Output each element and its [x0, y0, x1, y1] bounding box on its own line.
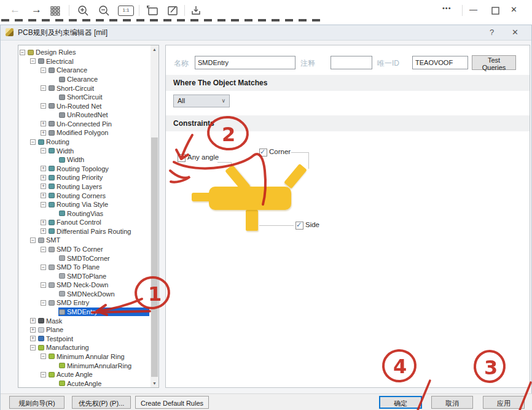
tree-item[interactable]: Clearance	[18, 75, 149, 84]
download-icon[interactable]	[190, 5, 203, 17]
manufacturing-icon	[49, 354, 55, 359]
name-input[interactable]	[195, 56, 295, 69]
tree-item[interactable]: SMDToCorner	[18, 253, 149, 263]
tree-item[interactable]: −SMD Neck-Down	[18, 280, 149, 290]
tree-item[interactable]: −Width	[18, 146, 149, 155]
expand-plus-icon[interactable]: +	[30, 318, 36, 323]
tree-item[interactable]: +Routing Topology	[18, 164, 149, 174]
tree-item-label: MinimumAnnularRing	[67, 362, 131, 369]
tree-item[interactable]: −Acute Angle	[18, 370, 149, 379]
zoom-out-icon[interactable]	[98, 5, 111, 17]
expand-minus-icon[interactable]: −	[41, 85, 46, 91]
expand-plus-icon[interactable]: +	[41, 121, 46, 126]
unique-id-input[interactable]	[412, 56, 468, 69]
rotate-icon[interactable]	[146, 5, 160, 17]
scroll-up-icon[interactable]: ▲	[151, 45, 158, 53]
tree-item[interactable]: +Routing Priority	[18, 173, 149, 182]
expand-minus-icon[interactable]: −	[41, 265, 46, 270]
forward-icon[interactable]: →	[31, 4, 42, 16]
more-menu-icon[interactable]: •••	[442, 2, 452, 14]
expand-plus-icon[interactable]: +	[41, 130, 46, 136]
expand-minus-icon[interactable]: −	[30, 238, 36, 243]
zoom-ratio-icon[interactable]: 1:1	[118, 6, 134, 16]
tree-item[interactable]: +Testpoint	[18, 335, 149, 344]
minimize-icon[interactable]: —	[469, 4, 477, 15]
expand-minus-icon[interactable]: −	[41, 247, 46, 252]
tree-item[interactable]: −SMD Entry	[18, 298, 149, 308]
zoom-in-icon[interactable]	[77, 5, 90, 17]
expand-minus-icon[interactable]: −	[41, 372, 46, 377]
tree-item[interactable]: −Electrical	[18, 57, 149, 66]
tree-item[interactable]: −Design Rules	[18, 48, 149, 57]
expand-minus-icon[interactable]: −	[41, 68, 46, 73]
tree-item[interactable]: −Minimum Annular Ring	[18, 352, 149, 362]
tree-item[interactable]: −Routing Via Style	[18, 200, 149, 209]
dialog-close-icon[interactable]: ✕	[512, 28, 518, 37]
tree-item[interactable]: RoutingVias	[18, 209, 149, 218]
expand-minus-icon[interactable]: −	[30, 345, 36, 350]
close-window-icon[interactable]: ✕	[510, 4, 517, 15]
maximize-icon[interactable]	[491, 7, 499, 15]
expand-plus-icon[interactable]: +	[41, 193, 46, 198]
expand-minus-icon[interactable]: −	[41, 282, 46, 288]
tree-item[interactable]: +Routing Layers	[18, 182, 149, 191]
cancel-button[interactable]: 取消	[431, 396, 473, 409]
scope-dropdown[interactable]: All ∨	[173, 95, 230, 107]
tree-item[interactable]: SMDToPlane	[18, 271, 149, 280]
tree-item[interactable]: −Clearance	[18, 66, 149, 75]
tree-item[interactable]: AcuteAngle	[18, 379, 149, 388]
side-checkbox[interactable]	[295, 222, 303, 230]
expand-minus-icon[interactable]: −	[30, 139, 36, 145]
corner-checkbox[interactable]	[259, 149, 267, 157]
grid-view-icon[interactable]	[50, 6, 60, 16]
tree-item[interactable]: +Routing Corners	[18, 191, 149, 200]
tree-scrollbar[interactable]: ▲ ▼	[151, 45, 158, 387]
expand-plus-icon[interactable]: +	[41, 184, 46, 189]
tree-item[interactable]: SMDEntry	[18, 308, 149, 317]
expand-plus-icon[interactable]: +	[30, 327, 36, 333]
priorities-button[interactable]: 优先权(P) (P)...	[72, 396, 131, 409]
tree-item[interactable]: −Routing	[18, 137, 149, 147]
tree-item[interactable]: −Manufacturing	[18, 343, 149, 352]
create-default-rules-button[interactable]: Create Default Rules	[135, 396, 209, 409]
tree-item[interactable]: +Plane	[18, 325, 149, 335]
expand-plus-icon[interactable]: +	[41, 175, 46, 180]
ok-button[interactable]: 确定	[379, 396, 422, 409]
expand-plus-icon[interactable]: +	[41, 228, 46, 234]
tree-item[interactable]: +Modified Polygon	[18, 128, 149, 137]
expand-minus-icon[interactable]: −	[20, 50, 25, 55]
expand-plus-icon[interactable]: +	[41, 220, 46, 225]
expand-minus-icon[interactable]: −	[41, 354, 46, 359]
tree-item[interactable]: +Fanout Control	[18, 218, 149, 227]
expand-minus-icon[interactable]: −	[41, 202, 46, 207]
apply-button[interactable]: 应用	[483, 396, 525, 409]
tree-item[interactable]: +Un-Connected Pin	[18, 120, 149, 129]
expand-minus-icon[interactable]: −	[41, 300, 46, 306]
help-icon[interactable]: ?	[490, 28, 494, 37]
tree-item[interactable]: +Differential Pairs Routing	[18, 227, 149, 236]
expand-minus-icon[interactable]: −	[41, 148, 46, 153]
tree-item[interactable]: UnRoutedNet	[18, 110, 149, 120]
tree-item[interactable]: −SMD To Plane	[18, 263, 149, 272]
back-icon[interactable]: ←	[10, 4, 20, 16]
edit-icon[interactable]	[167, 5, 179, 17]
tree-item[interactable]: MinimumAnnularRing	[18, 361, 149, 370]
scrollbar-thumb[interactable]	[151, 137, 158, 377]
any-angle-checkbox[interactable]	[178, 154, 186, 162]
expand-plus-icon[interactable]: +	[41, 166, 46, 171]
tree-item[interactable]: +Mask	[18, 316, 149, 325]
expand-minus-icon[interactable]: −	[30, 58, 36, 64]
tree-item[interactable]: −Un-Routed Net	[18, 101, 149, 110]
comment-input[interactable]	[331, 56, 372, 69]
test-queries-button[interactable]: Test Queries	[472, 55, 516, 70]
expand-plus-icon[interactable]: +	[30, 336, 36, 341]
rule-wizard-button[interactable]: 规则向导(R) (R)...	[9, 396, 65, 409]
tree-item[interactable]: Width	[18, 155, 149, 164]
tree-item[interactable]: −Short-Circuit	[18, 83, 149, 93]
tree-item[interactable]: −SMT	[18, 236, 149, 245]
tree-item[interactable]: −SMD To Corner	[18, 245, 149, 254]
tree-item[interactable]: ShortCircuit	[18, 93, 149, 102]
expand-minus-icon[interactable]: −	[41, 103, 46, 109]
scroll-down-icon[interactable]: ▼	[151, 379, 158, 387]
tree-item[interactable]: SMDNeckDown	[18, 290, 149, 299]
